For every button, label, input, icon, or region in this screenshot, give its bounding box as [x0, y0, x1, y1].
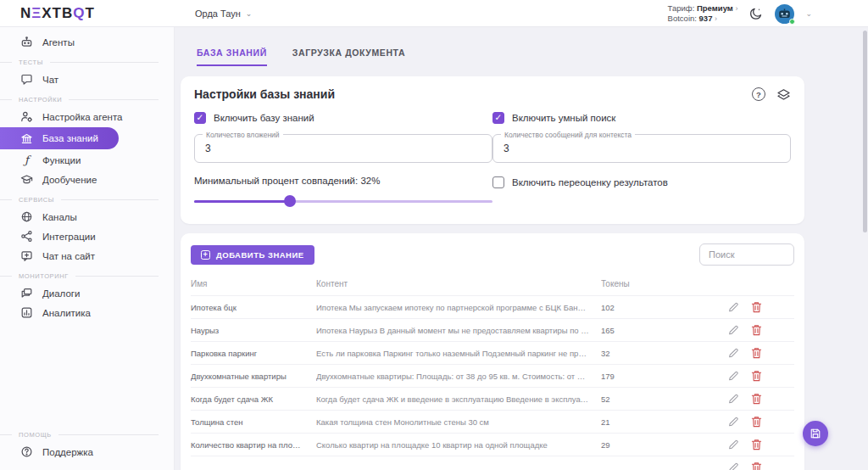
table-row: Ипотека бцк Ипотека Мы запускаем ипотеку… — [191, 295, 794, 318]
enable-kb-checkbox[interactable] — [194, 112, 206, 124]
column-content: Контент — [316, 279, 601, 288]
knowledge-tokens: 29 — [601, 440, 673, 450]
botcoin-value: 937 — [699, 14, 713, 23]
knowledge-tokens: 102 — [601, 303, 673, 312]
sidebar-section-services: СЕРВИСЫ — [0, 192, 174, 207]
context-input-label: Количество сообщений для контекста — [501, 131, 635, 139]
sidebar-item-functions[interactable]: ƒ Функции — [0, 150, 174, 170]
edit-icon[interactable] — [728, 416, 739, 428]
edit-icon[interactable] — [728, 393, 739, 405]
avatar[interactable] — [775, 4, 794, 24]
project-selector[interactable]: Орда Таун ⌄ — [195, 0, 252, 27]
account-chevron-down-icon[interactable]: ⌄ — [805, 9, 812, 18]
chevron-right-icon: › — [715, 14, 717, 23]
table-row: Количество квартир на площадке Сколько к… — [191, 433, 794, 456]
knowledge-name: Ипотека бцк — [191, 303, 316, 312]
sidebar-item-agent-settings[interactable]: Настройка агента — [0, 107, 174, 126]
sidebar-section-monitoring: МОНИТОРИНГ — [0, 268, 174, 283]
save-floppy-icon — [810, 428, 821, 439]
plan-label: Тариф: — [668, 3, 695, 13]
edit-icon[interactable] — [728, 301, 739, 313]
smart-search-checkbox[interactable] — [492, 112, 504, 124]
knowledge-content: Ипотека Наурыз В данный момент мы не пре… — [316, 326, 601, 335]
edit-icon[interactable] — [728, 324, 739, 336]
sidebar-item-dialogs[interactable]: Диалоги — [0, 283, 174, 303]
sidebar-item-label: База знаний — [42, 133, 98, 143]
sidebar-item-label: Поддержка — [42, 447, 93, 457]
sidebar-section-tests: ТЕСТЫ — [0, 54, 174, 70]
plan-info[interactable]: Тариф: Премиум › Botcoin: 937 › — [668, 3, 738, 25]
bank-icon — [20, 132, 33, 145]
knowledge-content: Сколько квартир на площадке 10 квартир н… — [316, 440, 601, 450]
sidebar-item-analytics[interactable]: Аналитика — [0, 303, 174, 322]
delete-icon[interactable] — [751, 393, 762, 405]
min-match-slider[interactable] — [194, 195, 492, 207]
globe-icon — [20, 210, 33, 223]
knowledge-tokens: 32 — [601, 349, 673, 358]
sidebar-item-label: Чат — [42, 75, 58, 85]
delete-icon[interactable] — [751, 301, 762, 313]
main-content: БАЗА ЗНАНИЙ ЗАГРУЗКА ДОКУМЕНТА Настройки… — [175, 27, 868, 470]
knowledge-tokens: 52 — [601, 394, 673, 404]
sidebar-item-label: Дообучение — [42, 175, 97, 185]
sidebar-item-chat[interactable]: Чат — [0, 70, 174, 89]
tab-upload-document[interactable]: ЗАГРУЗКА ДОКУМЕНТА — [292, 48, 405, 66]
sidebar-item-site-chat[interactable]: Чат на сайт — [0, 246, 174, 266]
context-input-wrap: Количество сообщений для контекста — [492, 134, 791, 163]
knowledge-list-card: + ДОБАВИТЬ ЗНАНИЕ Имя Контент Токены Ипо… — [181, 233, 804, 470]
edit-icon[interactable] — [728, 439, 739, 450]
app-logo: NΞXTBQT — [20, 5, 95, 22]
tab-knowledge-base[interactable]: БАЗА ЗНАНИЙ — [197, 48, 267, 66]
table-row: Парковка паркинг Есть ли парковка Паркин… — [191, 341, 794, 364]
search-input[interactable] — [699, 243, 794, 266]
table-row: Когда будет сдача ЖК Когда будет сдача Ж… — [191, 387, 794, 410]
sidebar-item-label: Чат на сайт — [42, 251, 95, 261]
save-fab-button[interactable] — [803, 421, 828, 446]
online-status-dot — [789, 19, 795, 25]
min-match-label: Минимальный процент совпадений: 32% — [194, 176, 492, 186]
sidebar-item-integrations[interactable]: Интеграции — [0, 227, 174, 246]
plus-icon: + — [201, 250, 210, 260]
delete-icon[interactable] — [751, 439, 762, 450]
column-tokens: Токены — [601, 279, 673, 288]
knowledge-name: Парковка паркинг — [191, 349, 316, 358]
chevron-down-icon: ⌄ — [246, 9, 253, 18]
edit-icon[interactable] — [728, 347, 739, 359]
add-knowledge-button[interactable]: + ДОБАВИТЬ ЗНАНИЕ — [191, 245, 314, 265]
sidebar-item-support[interactable]: Поддержка — [0, 442, 174, 462]
sidebar-item-label: Аналитика — [42, 308, 91, 318]
delete-icon[interactable] — [751, 324, 762, 336]
sidebar-item-label: Настройка агента — [42, 112, 122, 122]
delete-icon[interactable] — [751, 416, 762, 428]
slider-track[interactable] — [194, 200, 492, 203]
layers-icon[interactable] — [776, 88, 791, 101]
top-header: NΞXTBQT Орда Таун ⌄ Тариф: Премиум › Bot… — [0, 0, 868, 27]
sidebar-item-channels[interactable]: Каналы — [0, 207, 174, 227]
chevron-right-icon: › — [735, 4, 737, 13]
sidebar-item-knowledge-base[interactable]: База знаний — [0, 127, 119, 149]
sidebar: Агенты ТЕСТЫ Чат НАСТРОЙКИ Настройка аге… — [0, 27, 175, 470]
delete-icon[interactable] — [751, 462, 762, 470]
user-gear-icon — [20, 110, 33, 123]
knowledge-name: Когда будет сдача ЖК — [191, 394, 316, 404]
rerank-label: Включить переоценку результатов — [512, 177, 668, 187]
delete-icon[interactable] — [751, 370, 762, 382]
enable-kb-label: Включить базу знаний — [214, 113, 314, 123]
help-icon[interactable]: ? — [752, 87, 765, 101]
match-slider-thumb[interactable] — [284, 195, 296, 207]
vertical-scrollbar[interactable] — [863, 31, 867, 232]
knowledge-name: Наурыз — [191, 326, 316, 335]
embeddings-input-label: Количество вложений — [203, 131, 283, 139]
question-circle-icon — [20, 445, 33, 458]
botcoin-label: Botcoin: — [668, 14, 697, 23]
sidebar-item-agents[interactable]: Агенты — [0, 32, 174, 52]
edit-icon[interactable] — [728, 462, 739, 470]
delete-icon[interactable] — [751, 347, 762, 359]
share-icon — [20, 230, 33, 243]
sidebar-item-label: Диалоги — [42, 288, 80, 299]
knowledge-table: Имя Контент Токены Ипотека бцк Ипотека М… — [191, 272, 794, 470]
edit-icon[interactable] — [728, 370, 739, 382]
rerank-checkbox[interactable] — [492, 176, 504, 188]
sidebar-item-training[interactable]: Дообучение — [0, 170, 174, 189]
dark-mode-moon-icon[interactable] — [748, 6, 764, 21]
